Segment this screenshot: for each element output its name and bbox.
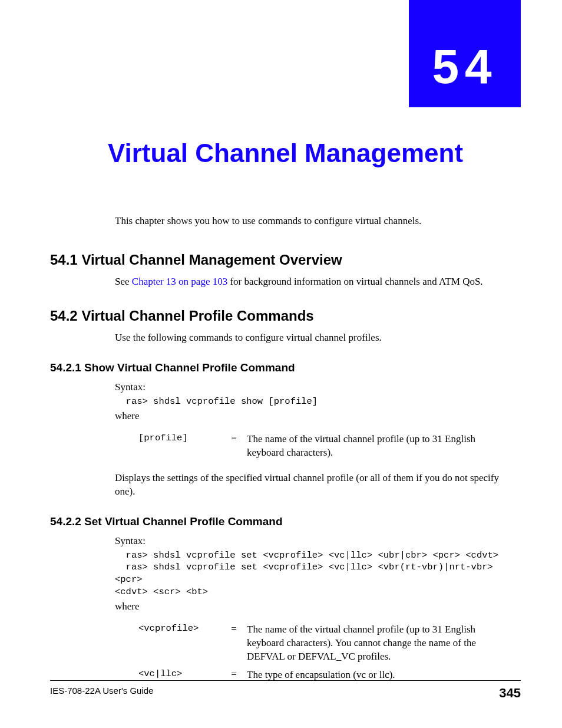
param-name: <vcprofile> xyxy=(138,621,226,666)
param-equals: = xyxy=(226,621,247,666)
section-body-54-2: Use the following commands to configure … xyxy=(115,331,521,345)
where-label: where xyxy=(115,601,521,612)
chapter-title: Virtual Channel Management xyxy=(50,139,521,168)
page-number: 345 xyxy=(499,686,521,701)
table-row: <vcprofile> = The name of the virtual ch… xyxy=(138,621,503,666)
chapter-number-badge: 54 xyxy=(409,0,521,107)
where-label: where xyxy=(115,410,521,422)
param-description: The name of the virtual channel profile … xyxy=(247,621,503,666)
section-body-54-1: See Chapter 13 on page 103 for backgroun… xyxy=(115,275,521,289)
parameter-table: [profile] = The name of the virtual chan… xyxy=(138,430,503,462)
section-heading-54-1: 54.1 Virtual Channel Management Overview xyxy=(50,252,521,268)
parameter-table: <vcprofile> = The name of the virtual ch… xyxy=(138,621,503,684)
table-row: [profile] = The name of the virtual chan… xyxy=(138,430,503,462)
param-name: [profile] xyxy=(138,430,226,462)
cross-reference-link[interactable]: Chapter 13 on page 103 xyxy=(132,276,227,287)
syntax-label: Syntax: xyxy=(115,535,521,547)
section-after-text: Displays the settings of the specified v… xyxy=(115,472,521,499)
code-block: ras> shdsl vcprofile set <vcprofile> <vc… xyxy=(115,549,521,599)
text-prefix: See xyxy=(115,276,132,287)
syntax-label: Syntax: xyxy=(115,381,521,393)
code-block: ras> shdsl vcprofile show [profile] xyxy=(115,396,521,408)
param-description: The name of the virtual channel profile … xyxy=(247,430,503,462)
param-equals: = xyxy=(226,430,247,462)
page-footer: IES-708-22A User's Guide 345 xyxy=(50,680,521,701)
text-suffix: for background information on virtual ch… xyxy=(227,276,482,287)
section-heading-54-2-2: 54.2.2 Set Virtual Channel Profile Comma… xyxy=(50,515,521,528)
section-heading-54-2-1: 54.2.1 Show Virtual Channel Profile Comm… xyxy=(50,361,521,374)
chapter-intro: This chapter shows you how to use comman… xyxy=(115,215,521,227)
section-heading-54-2: 54.2 Virtual Channel Profile Commands xyxy=(50,308,521,324)
chapter-number: 54 xyxy=(432,39,497,94)
footer-guide-name: IES-708-22A User's Guide xyxy=(50,686,153,701)
